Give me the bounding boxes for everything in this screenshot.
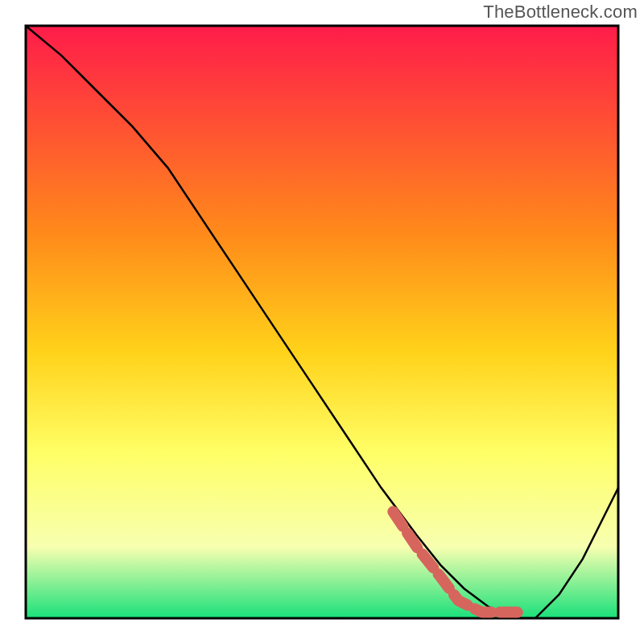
plot-background (26, 26, 618, 618)
bottleneck-chart (0, 0, 644, 644)
watermark-text: TheBottleneck.com (483, 2, 638, 23)
chart-container: { "watermark": "TheBottleneck.com", "col… (0, 0, 644, 644)
